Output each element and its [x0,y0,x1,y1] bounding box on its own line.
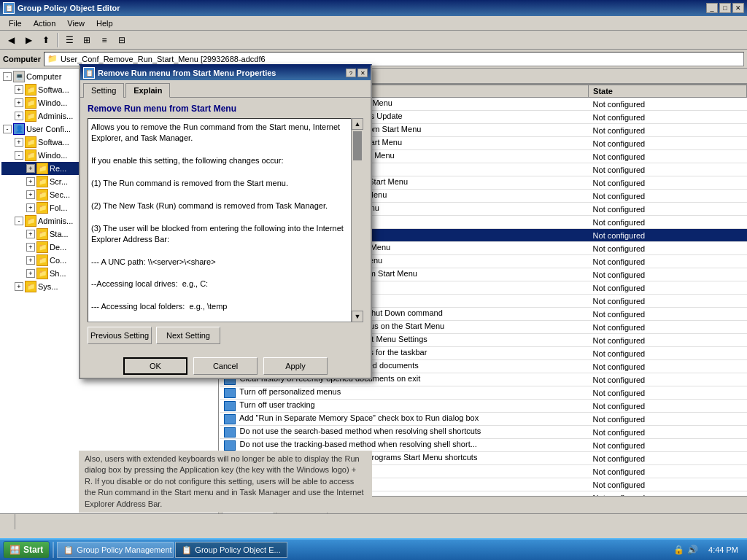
menu-file[interactable]: File [3,18,28,29]
setting-icon [224,388,236,398]
setting-name: Prevent grouping of taskbar items [220,465,589,478]
expand-sh[interactable]: + [26,269,35,278]
folder-icon-co: 📁 [36,254,48,266]
minimize-button[interactable]: _ [706,3,718,13]
scroll-up-button[interactable]: ▲ [352,118,363,130]
expand-windows1[interactable]: + [15,98,23,107]
expand-sec[interactable]: + [26,190,35,199]
table-row[interactable]: Gray unavailable Windows Installer progr… [220,452,747,465]
modal-help-button[interactable]: ? [346,69,356,77]
expand-windows2[interactable]: - [15,151,23,160]
forward-button[interactable]: ▶ [20,32,36,48]
setting-name: Add "Run in Separate Memory Space" check… [220,413,589,426]
setting-label: Do not use the search-based method when … [240,427,481,435]
modal-content: Remove Run menu from Start Menu Allows y… [80,97,371,351]
menu-action[interactable]: Action [28,18,62,29]
app-icon: 📋 [3,2,15,14]
taskbar-clock: 4:44 PM [703,545,744,554]
start-button[interactable]: 🪟 Start [3,541,50,559]
back-button[interactable]: ◀ [3,32,19,48]
setting-state: Not configured [589,334,747,347]
folder-icon-scr: 📁 [36,176,48,187]
taskbar-item-gpe[interactable]: 📋 Group Policy Object E... [175,542,287,558]
expand-software1[interactable]: + [15,85,23,94]
expand-software2[interactable]: + [15,138,23,147]
tree-label-de: De... [50,243,66,252]
icon-view-button[interactable]: ⊞ [79,32,95,48]
tree-label-computer: Computer [26,72,61,81]
close-button[interactable]: ✕ [732,3,744,13]
bottom-tab-extended[interactable]: Extended [222,499,274,513]
setting-state: Not configured [589,386,747,400]
table-row[interactable]: Add "Run in Separate Memory Space" check… [220,413,747,426]
taskbar-item-gpm[interactable]: 📋 Group Policy Management [57,542,174,558]
expand-fol[interactable]: + [26,203,35,212]
setting-state: Not configured [589,360,747,373]
tree-label-scr: Scr... [50,177,68,186]
bottom-tab-standard[interactable]: Standard [276,499,328,513]
maximize-button[interactable]: □ [719,3,731,13]
folder-icon-re: 📁 [36,163,48,174]
setting-state: Not configured [589,465,747,478]
ok-button[interactable]: OK [123,357,187,375]
policy-icon-userconf: 👤 [13,123,25,135]
cancel-button[interactable]: Cancel [193,357,258,375]
setting-state: Not configured [589,98,747,111]
table-row[interactable]: Do not use the search-based method when … [220,426,747,439]
modal-text-area[interactable]: Allows you to remove the Run command fro… [88,118,363,322]
expand-admins2[interactable]: - [15,217,23,225]
expand-sys[interactable]: + [15,282,23,291]
network-icon: 🔒 [673,545,684,555]
modal-tab-setting[interactable]: Setting [83,83,124,98]
setting-state: Not configured [589,413,747,426]
table-row[interactable]: Do not use the tracking-based method whe… [220,439,747,452]
apply-button[interactable]: Apply [263,357,328,375]
tree-label-admins2: Adminis... [38,217,73,225]
start-icon: 🪟 [9,545,20,555]
folder-icon-sh: 📁 [36,268,48,279]
table-row[interactable]: Turn off personalized menus Not configur… [220,386,747,400]
up-button[interactable]: ⬆ [38,32,54,48]
scroll-track [352,130,363,311]
show-hide-button[interactable]: ☰ [61,32,77,48]
expand-co[interactable]: + [26,256,35,265]
menu-view[interactable]: View [61,18,90,29]
tree-label-sec: Sec... [50,190,70,199]
tree-label-co: Co... [50,256,66,265]
expand-sta[interactable]: + [26,230,35,238]
scroll-down-button[interactable]: ▼ [352,311,363,322]
taskbar-gpm-label: Group Policy Management [77,545,171,554]
menu-help[interactable]: Help [90,18,119,29]
prev-setting-button[interactable]: Previous Setting [88,327,152,344]
title-bar-buttons: _ □ ✕ [706,3,744,13]
expand-computer[interactable]: - [3,72,12,81]
computer-icon: 💻 [13,71,25,82]
tree-label-sys: Sys... [38,282,58,291]
expand-scr[interactable]: + [26,177,35,186]
setting-state: Not configured [589,124,747,137]
detail-view-button[interactable]: ⊟ [114,32,130,48]
scroll-thumb[interactable] [353,131,362,160]
expand-admins1[interactable]: + [15,112,23,120]
modal-scrollbar[interactable]: ▲ ▼ [351,118,363,322]
setting-state: Not configured [589,268,747,281]
folder-icon-windows2: 📁 [25,149,36,161]
table-row[interactable]: Turn off notification area cleanup Not c… [220,478,747,491]
modal-dialog[interactable]: 📋 Remove Run menu from Start Menu Proper… [79,64,372,379]
expand-de[interactable]: + [26,243,35,252]
table-row[interactable]: Turn off user tracking Not configured [220,400,747,413]
setting-state: Not configured [589,111,747,124]
col-state[interactable]: State [589,85,747,98]
table-row[interactable]: Prevent grouping of taskbar items Not co… [220,465,747,478]
setting-state: Not configured [589,203,747,216]
next-setting-button[interactable]: Next Setting [156,327,220,344]
modal-tab-explain[interactable]: Explain [125,83,170,98]
list-view-button[interactable]: ≡ [96,32,112,48]
expand-userconf[interactable]: - [3,125,12,133]
setting-state: Not configured [589,255,747,268]
setting-icon [224,480,236,490]
modal-tab-explain-label: Explain [133,86,162,95]
modal-close-button[interactable]: ✕ [357,69,368,77]
expand-re[interactable]: + [26,164,35,173]
setting-label: Do not use the tracking-based method whe… [240,440,477,448]
